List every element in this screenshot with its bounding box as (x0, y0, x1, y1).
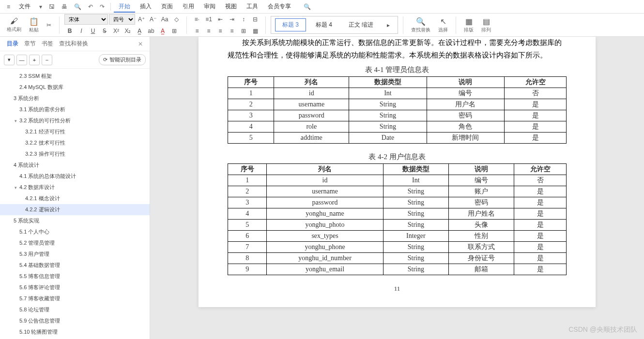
smart-toc-button[interactable]: ⟳ 智能识别目录 (99, 54, 146, 65)
menu-页面[interactable]: 页面 (156, 1, 178, 12)
toc-item[interactable]: 3.1 系统的需求分析 (0, 104, 150, 115)
line-spacing-icon[interactable]: ↕ (238, 14, 249, 25)
clear-format-icon[interactable]: ◇ (171, 14, 182, 25)
sort-icon[interactable]: ⊟ (250, 14, 261, 25)
format-brush-button[interactable]: 🖌 格式刷 (4, 16, 24, 34)
toc-item[interactable]: 3.2.3 操作可行性 (0, 148, 150, 160)
table-header: 列名 (267, 164, 383, 175)
add-icon[interactable]: + (29, 55, 40, 65)
sidebar-tab-2[interactable]: 书签 (39, 38, 56, 49)
heading4-style[interactable]: 标题 4 (309, 19, 339, 31)
document-viewport[interactable]: 按关系到系统功能模块的正常运行、数据信息的正常更新等。在设计过程中，需要充分考虑… (150, 37, 644, 339)
arrange-button[interactable]: ▤ 排列 (478, 16, 494, 34)
toc-item[interactable]: 5.3 用户管理 (0, 249, 150, 260)
bold-button[interactable]: B (64, 26, 75, 36)
menu-视图[interactable]: 视图 (220, 1, 242, 12)
remove-icon[interactable]: − (42, 55, 52, 65)
menu-开始[interactable]: 开始 (114, 1, 135, 13)
toc-item[interactable]: 5.2 管理员管理 (0, 237, 150, 249)
font-name-select[interactable]: 宋体 (64, 14, 108, 25)
toc-item[interactable]: 5.8 论坛管理 (0, 304, 150, 315)
search-icon[interactable]: 🔍 (301, 1, 314, 12)
table-cell: 角色 (427, 121, 504, 133)
borders-icon[interactable]: ▦ (250, 26, 261, 36)
table-header: 说明 (448, 164, 514, 175)
align-center-icon[interactable]: ≡ (203, 26, 214, 36)
superscript-button[interactable]: X² (111, 26, 122, 36)
select-button[interactable]: ↖ 选择 (435, 16, 451, 34)
decrease-font-icon[interactable]: A⁻ (148, 14, 158, 25)
italic-button[interactable]: I (76, 26, 87, 36)
align-justify-icon[interactable]: ≡ (227, 26, 237, 36)
sidebar-tab-0[interactable]: 目录 (4, 38, 21, 49)
app-menu-icon[interactable]: ≡ (4, 1, 13, 12)
menu-插入[interactable]: 插入 (135, 1, 156, 12)
sidebar-tab-1[interactable]: 章节 (21, 38, 39, 49)
strike-button[interactable]: S̶ (99, 26, 110, 36)
toc-item[interactable]: 2.3 SSM 框架 (0, 71, 150, 82)
toc-item[interactable]: ▾3.2 系统的可行性分析 (0, 115, 150, 126)
layout-button[interactable]: ▦ 排版 (461, 16, 476, 34)
cut-icon[interactable]: ✂ (44, 20, 54, 30)
toc-item[interactable]: 5.1 个人中心 (0, 226, 150, 237)
toc-item[interactable]: 2.4 MySQL 数据库 (0, 82, 150, 93)
layout-label: 排版 (464, 27, 474, 33)
font-color-button[interactable]: A̲ (134, 26, 145, 36)
collapse-down-icon[interactable]: ▾ (4, 55, 15, 65)
table-header: 允许空 (505, 77, 567, 88)
toc-item[interactable]: 4.2.1 概念设计 (0, 193, 150, 204)
align-right-icon[interactable]: ≡ (215, 26, 226, 36)
brush-label: 格式刷 (7, 26, 21, 33)
toc-item[interactable]: 4 系统设计 (0, 160, 150, 171)
char-border-icon[interactable]: ⊞ (169, 26, 180, 36)
toc-item[interactable]: 3.2.2 技术可行性 (0, 137, 150, 148)
change-case-icon[interactable]: Aa (159, 14, 170, 25)
underline-button[interactable]: U (88, 26, 98, 36)
bullet-list-icon[interactable]: ≡· (192, 14, 202, 25)
table-caption: 表 4-1 管理员信息表 (228, 65, 567, 74)
file-menu[interactable]: 文件 (14, 0, 35, 13)
heading3-style[interactable]: 标题 3 (275, 18, 306, 31)
toc-item[interactable]: 5.5 博客信息管理 (0, 271, 150, 282)
redo-icon[interactable]: ↷ (97, 1, 107, 12)
sidebar-tab-3[interactable]: 查找和替换 (56, 38, 91, 49)
menu-审阅[interactable]: 审阅 (199, 1, 220, 12)
toc-item[interactable]: 3.2.1 经济可行性 (0, 126, 150, 137)
toc-item[interactable]: 4.2.2 逻辑设计 (0, 204, 150, 215)
save-icon[interactable]: 🖫 (46, 1, 58, 12)
increase-font-icon[interactable]: A⁺ (136, 14, 147, 25)
arrange-label: 排列 (481, 27, 491, 33)
menu-工具[interactable]: 工具 (242, 1, 263, 12)
align-left-icon[interactable]: ≡ (192, 26, 202, 36)
divider (59, 16, 60, 34)
subscript-button[interactable]: X₂ (123, 26, 133, 36)
toc-item[interactable]: 5.4 基础数据管理 (0, 260, 150, 271)
find-replace-button[interactable]: 🔍 查找替换 (408, 16, 433, 34)
close-icon[interactable]: ✕ (135, 41, 146, 47)
highlight-button[interactable]: ab (146, 26, 156, 36)
toc-item[interactable]: 5.10 轮播图管理 (0, 326, 150, 338)
toc-item[interactable]: 5 系统实现 (0, 215, 150, 226)
font-size-select[interactable]: 四号 (109, 14, 135, 25)
toc-item[interactable]: 5.6 博客评论管理 (0, 282, 150, 293)
body-text-style[interactable]: 正文 缩进 (342, 19, 380, 31)
toc-item[interactable]: 3 系统分析 (0, 93, 150, 104)
toc-item[interactable]: 5.7 博客收藏管理 (0, 293, 150, 304)
menu-引用[interactable]: 引用 (178, 1, 199, 12)
preview-icon[interactable]: 🔍 (71, 1, 84, 12)
style-nav-icon[interactable]: ▸ (383, 20, 394, 30)
print-icon[interactable]: 🖶 (59, 1, 70, 12)
collapse-all-icon[interactable]: — (16, 55, 27, 65)
undo-icon[interactable]: ↶ (85, 1, 96, 12)
paste-button[interactable]: 📋 粘贴 (26, 16, 42, 34)
number-list-icon[interactable]: ≡1 (203, 14, 214, 25)
toc-item[interactable]: 4.1 系统的总体功能设计 (0, 171, 150, 182)
indent-icon[interactable]: ⇥ (227, 14, 237, 25)
menu-会员专享[interactable]: 会员专享 (263, 1, 296, 12)
toc-item[interactable]: 5.9 公告信息管理 (0, 315, 150, 326)
shading-button[interactable]: A̲ (157, 26, 168, 36)
distribute-icon[interactable]: ⊞ (238, 26, 249, 36)
outdent-icon[interactable]: ⇤ (215, 14, 226, 25)
file-drop-icon[interactable]: ▾ (36, 1, 45, 12)
toc-item[interactable]: ▾4.2 数据库设计 (0, 182, 150, 193)
